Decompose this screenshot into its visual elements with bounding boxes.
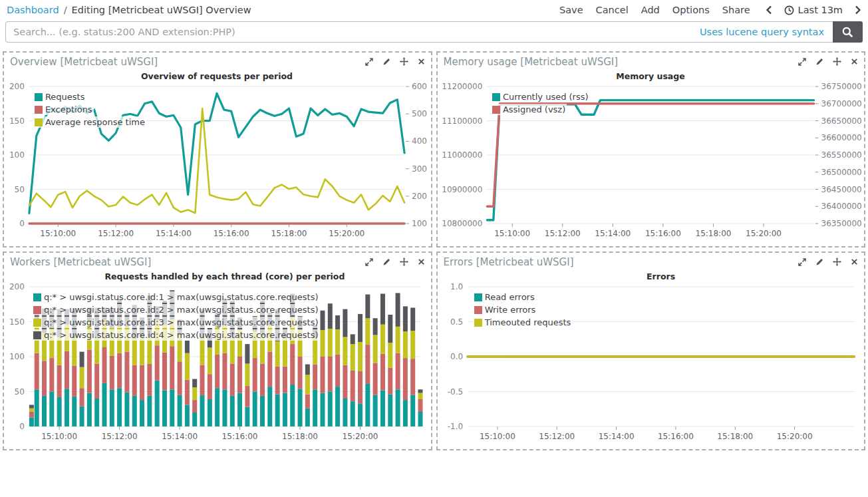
- move-panel-button[interactable]: [400, 257, 408, 266]
- legend-label: Currently used (rss): [503, 91, 589, 102]
- legend-label: Read errors: [485, 291, 535, 303]
- chart-legend: Read errorsWrite errorsTimeouted request…: [473, 291, 573, 328]
- add-button[interactable]: Add: [641, 5, 660, 15]
- edit-panel-button[interactable]: [815, 258, 823, 266]
- legend-item[interactable]: Assigned (vsz): [491, 104, 567, 115]
- expand-panel-button[interactable]: [798, 58, 806, 66]
- time-back-button[interactable]: [766, 5, 772, 15]
- svg-text:300: 300: [412, 164, 427, 174]
- move-icon: [400, 257, 408, 266]
- svg-text:36350000: 36350000: [821, 219, 861, 228]
- y-axis-right: 100200300400500600: [406, 82, 427, 228]
- panel-actions: [798, 57, 858, 66]
- svg-text:15:10:00: 15:10:00: [40, 229, 76, 238]
- legend-label: Requests: [45, 91, 85, 102]
- time-picker-button[interactable]: Last 13m: [784, 5, 843, 15]
- lucene-syntax-link[interactable]: Uses lucene query syntax: [700, 27, 824, 37]
- dashboard-panel: Memory usage [Metricbeat uWSGI]Memory us…: [436, 51, 866, 248]
- legend-item[interactable]: Exceptions: [33, 104, 94, 115]
- dashboard-grid: Overview [Metricbeat uWSGI]Overview of r…: [3, 51, 865, 450]
- legend-swatch: [35, 118, 43, 126]
- expand-panel-button[interactable]: [365, 258, 373, 266]
- legend-label: q:* > uwsgi.status.core.id:4 > max(uwsgi…: [44, 329, 319, 341]
- expand-panel-button[interactable]: [798, 258, 806, 266]
- y-axis-left: -1.0-0.50.00.51.0: [447, 282, 462, 431]
- legend-swatch: [474, 293, 482, 301]
- remove-panel-button[interactable]: [418, 58, 425, 65]
- remove-panel-button[interactable]: [851, 58, 858, 65]
- time-forward-button[interactable]: [855, 5, 861, 15]
- move-panel-button[interactable]: [833, 257, 841, 266]
- search-button[interactable]: [833, 21, 863, 43]
- svg-text:100: 100: [412, 219, 427, 228]
- svg-text:11200000: 11200000: [442, 82, 482, 91]
- svg-text:200: 200: [9, 82, 25, 91]
- options-button[interactable]: Options: [672, 5, 710, 15]
- svg-text:15:18:00: 15:18:00: [695, 229, 731, 238]
- panel-header[interactable]: Errors [Metricbeat uWSGI]: [438, 253, 865, 269]
- svg-text:15:12:00: 15:12:00: [539, 432, 575, 441]
- legend-item[interactable]: Average response time: [33, 116, 146, 128]
- search-row: Uses lucene query syntax: [5, 21, 863, 43]
- expand-panel-button[interactable]: [365, 58, 373, 66]
- svg-text:36450000: 36450000: [821, 185, 861, 194]
- legend-item[interactable]: Read errors: [473, 291, 536, 303]
- legend-swatch: [33, 319, 41, 327]
- save-button[interactable]: Save: [559, 5, 583, 15]
- remove-icon: [418, 58, 425, 65]
- legend-label: Timeouted requests: [485, 317, 571, 328]
- dashboard-panel: Workers [Metricbeat uWSGI]Requests handl…: [3, 251, 432, 450]
- top-navbar: Dashboard / Editing [Metricbeat uWSGI] O…: [0, 0, 868, 20]
- legend-item[interactable]: q:* > uwsgi.status.core.id:2 > max(uwsgi…: [32, 304, 320, 315]
- svg-text:500: 500: [412, 109, 427, 118]
- legend-item[interactable]: q:* > uwsgi.status.core.id:1 > max(uwsgi…: [32, 291, 320, 303]
- svg-text:15:14:00: 15:14:00: [162, 432, 198, 441]
- expand-icon: [365, 258, 373, 266]
- breadcrumb-dashboard-link[interactable]: Dashboard: [7, 5, 59, 15]
- panel-title: Memory usage [Metricbeat uWSGI]: [444, 56, 619, 68]
- svg-text:0.5: 0.5: [450, 317, 463, 327]
- remove-icon: [851, 258, 858, 265]
- legend-item[interactable]: Write errors: [473, 304, 537, 315]
- panel-header[interactable]: Workers [Metricbeat uWSGI]: [4, 253, 431, 269]
- remove-panel-button[interactable]: [851, 258, 858, 265]
- edit-icon: [382, 58, 390, 66]
- chevron-right-icon: [855, 5, 861, 15]
- svg-text:15:20:00: 15:20:00: [329, 229, 364, 238]
- search-input[interactable]: [6, 27, 700, 37]
- move-panel-button[interactable]: [833, 57, 841, 66]
- dashboard-panel: Overview [Metricbeat uWSGI]Overview of r…: [3, 51, 432, 248]
- breadcrumb: Dashboard / Editing [Metricbeat uWSGI] O…: [7, 5, 251, 15]
- svg-text:15:10:00: 15:10:00: [41, 432, 77, 441]
- svg-text:-0.5: -0.5: [447, 387, 462, 397]
- move-panel-button[interactable]: [400, 57, 408, 66]
- panel-header[interactable]: Memory usage [Metricbeat uWSGI]: [438, 53, 865, 69]
- svg-text:36500000: 36500000: [821, 168, 861, 177]
- chart-legend: q:* > uwsgi.status.core.id:1 > max(uwsgi…: [32, 291, 320, 341]
- svg-text:200: 200: [9, 282, 25, 291]
- edit-panel-button[interactable]: [382, 58, 390, 66]
- legend-swatch: [33, 293, 41, 301]
- svg-text:36400000: 36400000: [821, 202, 861, 211]
- remove-panel-button[interactable]: [418, 258, 425, 265]
- svg-text:50: 50: [15, 387, 25, 397]
- svg-text:1.0: 1.0: [450, 282, 463, 291]
- edit-panel-button[interactable]: [815, 58, 823, 66]
- legend-item[interactable]: q:* > uwsgi.status.core.id:4 > max(uwsgi…: [32, 329, 320, 341]
- time-range-label: Last 13m: [798, 5, 843, 15]
- legend-item[interactable]: Timeouted requests: [473, 317, 573, 328]
- svg-text:15:20:00: 15:20:00: [746, 229, 782, 238]
- share-button[interactable]: Share: [722, 5, 750, 15]
- legend-item[interactable]: q:* > uwsgi.status.core.id:3 > max(uwsgi…: [32, 317, 320, 328]
- legend-item[interactable]: Requests: [33, 91, 86, 102]
- svg-text:15:14:00: 15:14:00: [156, 229, 192, 238]
- edit-panel-button[interactable]: [382, 258, 390, 266]
- svg-text:11000000: 11000000: [442, 150, 482, 160]
- legend-item[interactable]: Currently used (rss): [491, 91, 590, 102]
- legend-label: Average response time: [45, 116, 145, 128]
- chart-title: Overview of requests per period: [141, 71, 293, 81]
- panel-actions: [365, 257, 425, 266]
- cancel-button[interactable]: Cancel: [596, 5, 629, 15]
- panel-header[interactable]: Overview [Metricbeat uWSGI]: [4, 53, 431, 69]
- search-icon: [842, 27, 853, 38]
